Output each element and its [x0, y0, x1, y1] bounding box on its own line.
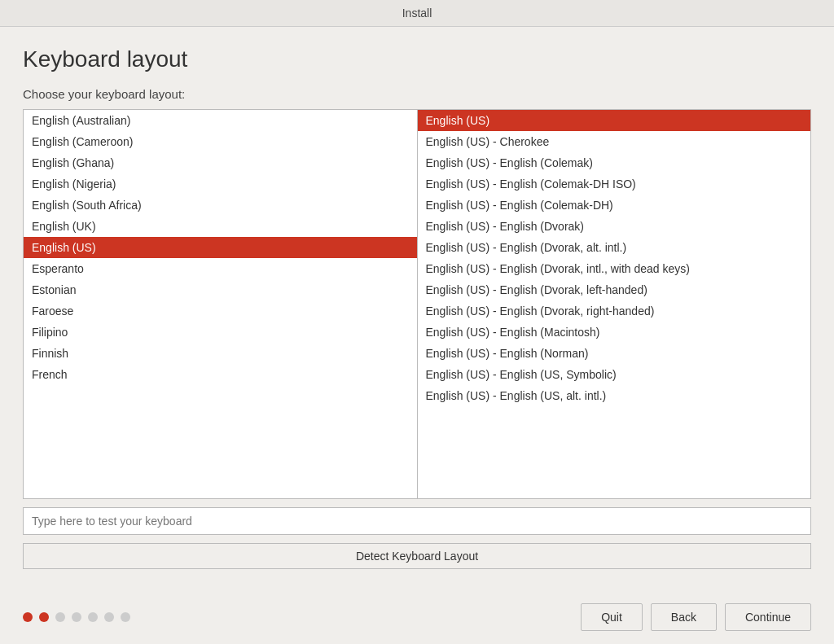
list-item[interactable]: Finnish [24, 343, 417, 364]
progress-dot [104, 612, 114, 622]
list-item[interactable]: Esperanto [24, 258, 417, 279]
detect-keyboard-button[interactable]: Detect Keyboard Layout [23, 543, 811, 569]
page-title: Keyboard layout [23, 46, 811, 72]
bottom-bar: Quit Back Continue [0, 595, 834, 644]
list-item[interactable]: English (Australian) [24, 110, 417, 131]
list-item[interactable]: English (South Africa) [24, 195, 417, 216]
list-item[interactable]: French [24, 364, 417, 385]
list-item[interactable]: English (US) - English (Dvorak) [418, 216, 811, 237]
list-item[interactable]: Faroese [24, 300, 417, 322]
lists-container: English (Australian)English (Cameroon)En… [23, 109, 811, 499]
list-item[interactable]: English (US) - English (US, Symbolic) [418, 364, 811, 385]
progress-dot [55, 612, 65, 622]
back-button[interactable]: Back [651, 603, 717, 631]
progress-dot [39, 612, 49, 622]
list-item[interactable]: English (US) - English (Dvorak, intl., w… [418, 258, 811, 279]
progress-dot [121, 612, 130, 622]
window-title: Install [402, 7, 432, 20]
right-list-panel[interactable]: English (US)English (US) - CherokeeEngli… [417, 109, 812, 499]
progress-dot [88, 612, 98, 622]
quit-button[interactable]: Quit [581, 603, 643, 631]
subtitle: Choose your keyboard layout: [23, 87, 811, 101]
list-item[interactable]: English (US) - English (Dvorak, alt. int… [418, 237, 811, 258]
list-item[interactable]: English (US) - English (Dvorak, left-han… [418, 279, 811, 300]
list-item[interactable]: Filipino [24, 322, 417, 343]
list-item[interactable]: English (US) - Cherokee [418, 131, 811, 152]
list-item[interactable]: English (US) [418, 110, 811, 131]
keyboard-test-input[interactable] [23, 507, 811, 535]
list-item[interactable]: English (Ghana) [24, 152, 417, 173]
list-item[interactable]: English (US) - English (Norman) [418, 343, 811, 364]
list-item[interactable]: Estonian [24, 279, 417, 300]
progress-dot [72, 612, 81, 622]
list-item[interactable]: English (US) [24, 237, 417, 258]
main-content: Keyboard layout Choose your keyboard lay… [0, 27, 834, 595]
list-item[interactable]: English (US) - English (Macintosh) [418, 322, 811, 343]
list-item[interactable]: English (UK) [24, 216, 417, 237]
continue-button[interactable]: Continue [725, 603, 811, 631]
progress-dots [23, 612, 130, 622]
list-item[interactable]: English (Cameroon) [24, 131, 417, 152]
list-item[interactable]: English (US) - English (Dvorak, right-ha… [418, 300, 811, 322]
list-item[interactable]: English (US) - English (US, alt. intl.) [418, 385, 811, 406]
action-buttons: Quit Back Continue [581, 603, 811, 631]
titlebar: Install [0, 0, 834, 27]
progress-dot [23, 612, 33, 622]
list-item[interactable]: English (US) - English (Colemak-DH) [418, 195, 811, 216]
window: Install Keyboard layout Choose your keyb… [0, 0, 834, 644]
list-item[interactable]: English (Nigeria) [24, 173, 417, 195]
left-list-panel[interactable]: English (Australian)English (Cameroon)En… [23, 109, 417, 499]
list-item[interactable]: English (US) - English (Colemak) [418, 152, 811, 173]
list-item[interactable]: English (US) - English (Colemak-DH ISO) [418, 173, 811, 195]
